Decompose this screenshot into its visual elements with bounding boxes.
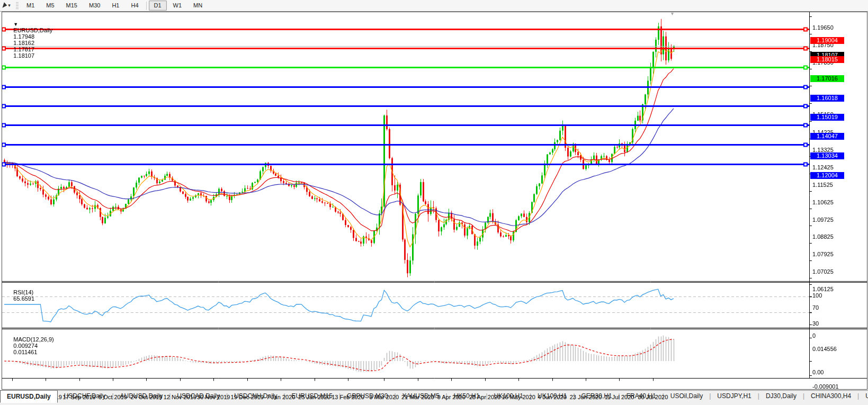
timeframe-buttons: M1M5M15M30H1H4D1W1MN [21, 1, 208, 11]
date-tick-label: 24 Oct 2019 [130, 394, 162, 400]
timeframe-button-mn[interactable]: MN [188, 1, 208, 11]
price-tick: 1.06125 [812, 286, 834, 292]
scroll-to-end-marker-icon[interactable]: ▾ [671, 11, 674, 16]
hline-label: 1.13034 [810, 152, 844, 159]
rsi-title: RSI(14) 65.6591 [4, 283, 34, 308]
price-tick: 1.07925 [812, 251, 834, 257]
timeframe-toolbar: ▾ M1M5M15M30H1H4D1W1MN [0, 0, 868, 12]
mt4-window: ▾ M1M5M15M30H1H4D1W1MN ▼ EURUSD,Daily 1.… [0, 0, 868, 405]
rsi-value: 65.6591 [13, 295, 34, 302]
timeframe-button-m1[interactable]: M1 [21, 1, 40, 11]
date-tick-label: 28 Apr 2020 [469, 394, 500, 400]
pointer-tool-icon[interactable]: ▾ [0, 1, 14, 11]
macd-tick: 0.00 [812, 369, 824, 375]
date-tick-label: 21 Mar 2020 [401, 394, 434, 400]
hline-label: 1.19004 [810, 37, 844, 44]
hline-label: 1.12004 [810, 172, 844, 179]
hline-label: 1.15019 [810, 114, 844, 121]
date-tick-label: 4 Jun 2020 [538, 394, 566, 400]
chart-tab-usoil-daily[interactable]: USOil,Daily [664, 391, 709, 402]
chart-tab-usdjpy-h1[interactable]: USDJPY,H1 [711, 391, 757, 402]
rsi-tick: 0 [812, 332, 816, 339]
hline-label: 1.14047 [810, 133, 844, 140]
timeframe-button-h4[interactable]: H4 [126, 1, 144, 11]
date-tick-label: 23 Jun 2020 [570, 394, 602, 400]
chart-ohlc-title: ▼ EURUSD,Daily 1.17948 1.18162 1.17817 1… [4, 14, 52, 65]
chart-tab-dj30-daily[interactable]: DJ30,Daily [759, 391, 803, 402]
timeframe-button-m15[interactable]: M15 [61, 1, 83, 11]
price-tick: 1.10625 [812, 199, 834, 205]
rsi-tick: 70 [812, 304, 819, 311]
cursor-icon [3, 2, 8, 9]
date-tick-label: 7 Jan 2020 [266, 394, 295, 400]
hline-label: 1.18015 [810, 56, 844, 63]
date-tick-label: 11 Jul 2020 [604, 394, 634, 400]
chart-tab-china300-h4[interactable]: CHINA300,H4 [804, 391, 857, 402]
date-tick-label: 19 Dec 2019 [231, 394, 264, 400]
price-tick: 1.08825 [812, 233, 834, 240]
toolbar-drag-handle[interactable] [16, 2, 19, 10]
chart-window: ▼ EURUSD,Daily 1.17948 1.18162 1.17817 1… [0, 12, 868, 390]
date-tick-label: 30 Jul 2020 [638, 394, 668, 400]
date-tick-label: 17 Sep 2019 [62, 394, 95, 400]
hline-label: 1.16018 [810, 95, 844, 102]
date-tick-label: 5 Oct 2019 [99, 394, 127, 400]
macd-title: MACD(12,26,9) 0.009274 0.011461 [4, 330, 54, 362]
price-chart-canvas[interactable] [0, 12, 868, 390]
macd-label: MACD(12,26,9) [13, 336, 53, 343]
chart-tab-usoil-h[interactable]: USOil,H [859, 391, 868, 402]
date-tick-label: 12 Nov 2019 [164, 394, 196, 400]
ohlc-low: 1.17817 [13, 46, 34, 52]
chart-symbol-period: EURUSD,Daily [13, 27, 52, 33]
timeframe-button-d1[interactable]: D1 [149, 1, 167, 11]
rsi-label: RSI(14) [13, 289, 33, 295]
macd-tick: 0.014556 [812, 346, 837, 352]
timeframe-button-w1[interactable]: W1 [168, 1, 187, 11]
date-tick-label: 25 Jan 2020 [298, 394, 330, 400]
chevron-down-icon: ▾ [8, 3, 11, 8]
ohlc-high: 1.18162 [13, 40, 34, 46]
price-tick: 1.07025 [812, 268, 834, 275]
timeframe-button-m5[interactable]: M5 [41, 1, 59, 11]
timeframe-button-h1[interactable]: H1 [106, 1, 124, 11]
ohlc-open: 1.17948 [13, 33, 34, 40]
date-tick-label: 9 Apr 2020 [437, 394, 466, 400]
timeframe-button-m30[interactable]: M30 [84, 1, 105, 11]
rsi-tick: 30 [812, 320, 819, 327]
price-tick: 1.12425 [812, 164, 834, 170]
macd-tick: -0.009001 [812, 383, 839, 390]
hline-label: 1.17016 [810, 75, 844, 82]
chart-tab-eurusd-daily[interactable]: EURUSD,Daily [0, 390, 58, 403]
price-tick: 1.09725 [812, 217, 834, 223]
macd-main-value: 0.009274 [13, 343, 38, 349]
price-tick: 1.11525 [812, 182, 833, 188]
collapse-chart-icon[interactable]: ▼ [13, 22, 18, 27]
ohlc-close: 1.18107 [13, 52, 34, 59]
date-tick-label: 13 Feb 2020 [332, 394, 364, 400]
price-tick: 1.19650 [812, 24, 834, 31]
date-tick-label: 3 Mar 2020 [370, 394, 399, 400]
date-tick-label: 30 Nov 2019 [197, 394, 230, 400]
rsi-tick: 100 [812, 292, 822, 299]
macd-signal-value: 0.011461 [13, 349, 37, 355]
date-tick-label: 16 May 2020 [502, 394, 535, 400]
